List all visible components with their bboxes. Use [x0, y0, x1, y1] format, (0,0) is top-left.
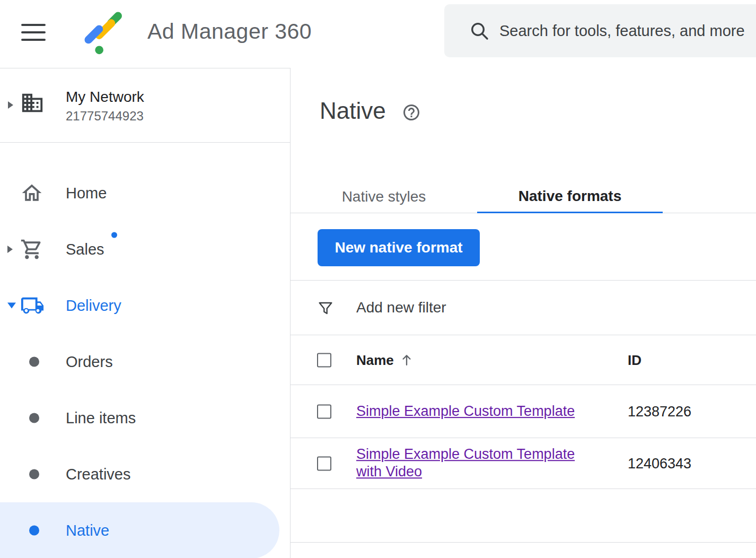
sidebar-item-label: Line items [66, 409, 136, 427]
table-header-row: Name ID [291, 335, 756, 385]
page-title: Native [320, 98, 386, 124]
truck-icon [20, 293, 45, 318]
tab-native-formats[interactable]: Native formats [477, 180, 663, 213]
sort-ascending-icon[interactable] [399, 353, 414, 368]
row-id: 12406343 [628, 455, 691, 472]
network-selector[interactable]: My Network 21775744923 [0, 68, 290, 143]
bullet-icon [29, 526, 39, 536]
chevron-right-icon[interactable] [7, 246, 13, 253]
sidebar-item-label: Creatives [66, 466, 131, 483]
bullet-icon [29, 357, 39, 367]
help-icon[interactable] [402, 103, 421, 122]
sidebar-item-line-items[interactable]: Line items [0, 390, 291, 446]
native-format-link[interactable]: Simple Example Custom Template with Vide… [356, 446, 603, 482]
divider [291, 542, 756, 543]
bullet-icon [29, 413, 39, 423]
add-filter-input[interactable]: Add new filter [356, 299, 446, 316]
bullet-icon [29, 469, 39, 479]
menu-icon[interactable] [21, 24, 46, 41]
sidebar-item-orders[interactable]: Orders [0, 334, 291, 390]
sidebar-item-label: Native [66, 522, 109, 539]
ad-manager-logo-icon [78, 7, 128, 58]
building-icon [20, 91, 45, 115]
new-native-format-button[interactable]: New native format [318, 229, 480, 266]
tab-native-styles[interactable]: Native styles [322, 180, 445, 213]
chevron-down-icon[interactable] [7, 303, 16, 309]
table-row: Simple Example Custom Template with Vide… [291, 438, 756, 489]
network-id: 21775744923 [66, 109, 144, 124]
search-icon [469, 20, 490, 41]
sidebar-item-delivery[interactable]: Delivery [0, 277, 291, 334]
network-name: My Network [66, 89, 144, 106]
notification-dot [111, 232, 117, 238]
row-checkbox[interactable] [317, 404, 331, 419]
sidebar-item-label: Home [66, 185, 107, 202]
home-icon [20, 181, 43, 205]
main-content: Native Native styles Native formats New … [291, 68, 756, 558]
sidebar-item-label: Orders [66, 353, 113, 371]
sidebar-item-native[interactable]: Native [0, 502, 279, 558]
filter-icon[interactable] [317, 300, 334, 317]
top-app-bar: Ad Manager 360 Search for tools, feature… [0, 0, 756, 68]
select-all-checkbox[interactable] [317, 353, 331, 367]
app-title: Ad Manager 360 [147, 19, 312, 44]
global-search-input[interactable]: Search for tools, features, and more [444, 4, 756, 57]
filter-bar: Add new filter [291, 280, 756, 335]
sidebar-item-creatives[interactable]: Creatives [0, 446, 291, 502]
column-header-name[interactable]: Name [356, 352, 394, 368]
native-format-link[interactable]: Simple Example Custom Template [356, 403, 575, 421]
row-id: 12387226 [628, 403, 691, 420]
column-header-id: ID [628, 352, 641, 368]
cart-icon [20, 238, 43, 261]
sidebar-nav: My Network 21775744923 Home Sales Delive… [0, 68, 291, 558]
tab-bar: Native styles Native formats [291, 180, 756, 213]
sidebar-item-sales[interactable]: Sales [0, 221, 291, 277]
sidebar-item-home[interactable]: Home [0, 165, 291, 221]
sidebar-item-label: Sales [66, 241, 104, 258]
search-placeholder: Search for tools, features, and more [499, 22, 745, 40]
chevron-right-icon[interactable] [8, 101, 13, 109]
table-row: Simple Example Custom Template 12387226 [291, 385, 756, 438]
row-checkbox[interactable] [317, 456, 331, 470]
sidebar-item-label: Delivery [66, 297, 121, 315]
